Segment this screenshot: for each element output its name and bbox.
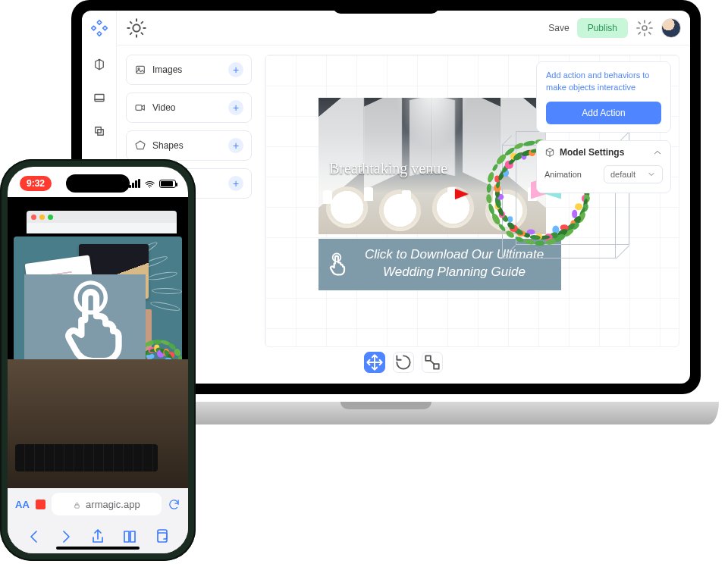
svg-rect-12 xyxy=(75,505,80,508)
text-size-button[interactable]: AA xyxy=(15,499,30,510)
phone-screen: 9:32 xyxy=(8,167,188,553)
phone-viewport: Make it perfect you'll xyxy=(8,197,188,488)
pointer-hand-icon xyxy=(326,252,350,277)
url-field[interactable]: armagic.app xyxy=(52,493,162,515)
hint-text: Add action and behaviors to make objects… xyxy=(546,70,661,94)
animation-value: default xyxy=(610,170,635,179)
add-icon[interactable]: + xyxy=(228,100,243,115)
video-icon xyxy=(134,102,146,114)
user-avatar[interactable] xyxy=(661,18,681,38)
recording-time-pill[interactable]: 9:32 xyxy=(20,176,52,191)
asset-label: Shapes xyxy=(152,140,184,151)
venue-caption: Breathtaking venue xyxy=(329,160,447,177)
workspace: Images + Video + Shapes + Text xyxy=(117,45,690,384)
safari-address-bar: AA armagic.app xyxy=(8,488,188,520)
asset-video[interactable]: Video + xyxy=(126,92,252,123)
svg-point-8 xyxy=(333,253,341,262)
svg-rect-5 xyxy=(136,66,145,73)
share-button[interactable] xyxy=(89,528,107,546)
gizmo-arrow-icon[interactable] xyxy=(455,189,469,199)
svg-point-3 xyxy=(133,24,140,31)
scale-tool[interactable] xyxy=(422,352,443,373)
laptop-notch xyxy=(333,0,439,14)
svg-rect-7 xyxy=(136,105,142,111)
asset-label: Images xyxy=(152,64,182,75)
bottom-toolbar xyxy=(364,352,443,373)
rail-layers-icon[interactable] xyxy=(91,123,108,139)
model-settings-card: Model Settings Animation default xyxy=(536,140,671,193)
phone-device: 9:32 xyxy=(0,159,196,561)
svg-rect-9 xyxy=(425,356,431,361)
shapes-icon xyxy=(134,139,146,152)
topbar: Save Publish xyxy=(117,11,690,45)
canvas[interactable]: Breathtaking venue Click to Download Our… xyxy=(265,55,679,347)
add-icon[interactable]: + xyxy=(228,62,243,77)
bookmarks-button[interactable] xyxy=(121,528,139,546)
asset-shapes[interactable]: Shapes + xyxy=(126,130,252,161)
settings-title: Model Settings xyxy=(560,147,624,158)
add-icon[interactable]: + xyxy=(228,176,243,191)
ar-scene[interactable]: Make it perfect you'll xyxy=(8,197,188,488)
home-indicator[interactable] xyxy=(56,547,140,550)
lock-icon xyxy=(73,500,81,509)
svg-point-11 xyxy=(76,283,105,312)
svg-rect-0 xyxy=(95,95,104,102)
theme-toggle-icon[interactable] xyxy=(126,17,147,39)
svg-point-4 xyxy=(642,26,647,30)
svg-rect-13 xyxy=(158,533,167,542)
cta-line2: Wedding Planning Guide xyxy=(383,265,526,279)
tabs-button[interactable] xyxy=(152,528,171,546)
save-button[interactable]: Save xyxy=(548,23,569,33)
add-action-button[interactable]: Add Action xyxy=(546,102,661,124)
actions-card: Add action and behaviors to make objects… xyxy=(536,61,671,133)
asset-images[interactable]: Images + xyxy=(126,55,252,85)
reload-icon[interactable] xyxy=(168,498,180,511)
rotate-tool[interactable] xyxy=(393,352,414,373)
collapse-icon[interactable] xyxy=(652,147,663,158)
desk-surface xyxy=(8,359,188,488)
move-tool[interactable] xyxy=(364,352,385,373)
url-text: armagic.app xyxy=(86,499,140,510)
right-panel: Add action and behaviors to make objects… xyxy=(536,61,671,193)
settings-cube-icon xyxy=(544,147,555,158)
cellular-icon xyxy=(129,179,140,188)
topbar-right: Save Publish xyxy=(548,18,681,38)
browser-tabstrip xyxy=(27,211,177,223)
add-icon[interactable]: + xyxy=(228,138,243,153)
main-area: Save Publish Images + xyxy=(117,11,690,384)
svg-rect-1 xyxy=(95,127,101,133)
back-button[interactable] xyxy=(25,528,43,546)
recording-indicator-icon xyxy=(36,500,46,509)
animation-select[interactable]: default xyxy=(604,165,663,183)
rail-scene-icon[interactable] xyxy=(91,89,108,106)
forward-button[interactable] xyxy=(57,528,75,546)
svg-rect-10 xyxy=(434,364,439,369)
images-icon xyxy=(134,64,146,76)
keyboard xyxy=(15,444,158,471)
wifi-icon xyxy=(144,179,155,188)
svg-rect-2 xyxy=(97,130,103,136)
animation-label: Animation xyxy=(544,170,582,179)
battery-icon xyxy=(159,180,176,188)
asset-label: Video xyxy=(152,102,175,113)
rail-3d-icon[interactable] xyxy=(91,56,108,73)
app-logo[interactable] xyxy=(89,18,110,39)
settings-icon[interactable] xyxy=(635,19,654,37)
chevron-down-icon xyxy=(647,170,656,179)
dynamic-island xyxy=(66,174,130,193)
svg-point-6 xyxy=(138,68,140,70)
publish-button[interactable]: Publish xyxy=(577,18,628,38)
